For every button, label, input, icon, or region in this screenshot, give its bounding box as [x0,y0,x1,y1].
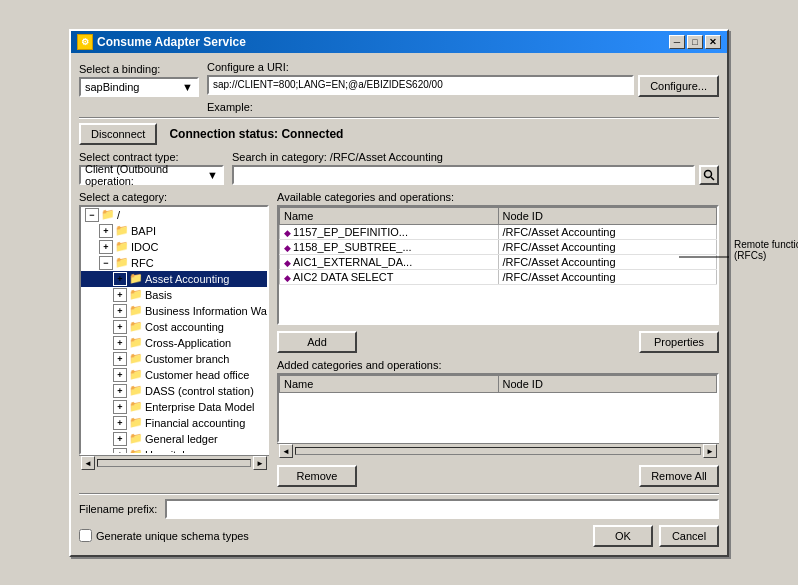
filename-input[interactable] [165,499,719,519]
binding-select[interactable]: sapBinding ▼ [79,77,199,97]
added-table-container: Name Node ID [277,373,719,443]
ok-cancel-row: Generate unique schema types OK Cancel [79,525,719,547]
add-button[interactable]: Add [277,331,357,353]
avail-cell-nodeid: /RFC/Asset Accounting [498,269,717,284]
added-scroll-bar[interactable]: ◄ ► [277,443,719,459]
svg-point-0 [705,170,712,177]
window-title: Consume Adapter Service [97,35,246,49]
available-table-row[interactable]: ◆1157_EP_DEFINITIO... /RFC/Asset Account… [280,224,717,239]
tree-expander-bapi[interactable]: + [99,224,113,238]
cancel-button[interactable]: Cancel [659,525,719,547]
tree-item-rfc[interactable]: − 📁 RFC [81,255,267,271]
avail-cell-nodeid: /RFC/Asset Accounting [498,224,717,239]
tree-expander-customer-head[interactable]: + [113,368,127,382]
properties-button[interactable]: Properties [639,331,719,353]
tree-label-basis: Basis [145,289,172,301]
tree-label-idoc: IDOC [131,241,159,253]
tree-folder-icon-cross-app: 📁 [129,336,143,350]
callout-line [679,247,729,267]
tree-label-root: / [117,209,120,221]
configure-button[interactable]: Configure... [638,75,719,97]
available-table-row[interactable]: ◆AIC1_EXTERNAL_DA... /RFC/Asset Accounti… [280,254,717,269]
tree-expander-root[interactable]: − [85,208,99,222]
avail-cell-name: ◆AIC1_EXTERNAL_DA... [280,254,499,269]
category-tree[interactable]: − 📁 / + 📁 BAPI + 📁 [79,205,269,455]
maximize-button[interactable]: □ [687,35,703,49]
available-table-row[interactable]: ◆1158_EP_SUBTREE_... /RFC/Asset Accounti… [280,239,717,254]
svg-line-1 [711,177,714,180]
ok-button[interactable]: OK [593,525,653,547]
category-label: Select a category: [79,191,269,203]
tree-item-root[interactable]: − 📁 / [81,207,267,223]
tree-expander-financial[interactable]: + [113,416,127,430]
disconnect-button[interactable]: Disconnect [79,123,157,145]
tree-item-idoc[interactable]: + 📁 IDOC [81,239,267,255]
tree-expander-idoc[interactable]: + [99,240,113,254]
search-icon [703,169,715,181]
tree-label-dass: DASS (control station) [145,385,254,397]
tree-expander-edm[interactable]: + [113,400,127,414]
avail-col-nodeid: Node ID [498,207,717,224]
tree-scroll-bar[interactable]: ◄ ► [79,455,269,471]
uri-input[interactable] [207,75,634,95]
tree-item-edm[interactable]: + 📁 Enterprise Data Model [81,399,267,415]
search-input-container[interactable] [232,165,695,185]
tree-item-cross-app[interactable]: + 📁 Cross-Application [81,335,267,351]
tree-item-hospital[interactable]: + 📁 Hospital [81,447,267,455]
tree-expander-cost-accounting[interactable]: + [113,320,127,334]
tree-label-financial: Financial accounting [145,417,245,429]
add-properties-row: Add Properties [277,331,719,353]
tree-item-bapi[interactable]: + 📁 BAPI [81,223,267,239]
tree-item-customer-branch[interactable]: + 📁 Customer branch [81,351,267,367]
added-scroll-right[interactable]: ► [703,444,717,458]
tree-expander-rfc[interactable]: − [99,256,113,270]
separator-2 [79,493,719,495]
added-table-label: Added categories and operations: [277,359,719,371]
unique-schema-checkbox[interactable] [79,529,92,542]
available-table: Name Node ID ◆1157_EP_DEFINITIO... /RFC/… [279,207,717,285]
tree-item-asset-accounting[interactable]: + 📁 Asset Accounting [81,271,267,287]
minimize-button[interactable]: ─ [669,35,685,49]
tree-folder-icon-root: 📁 [101,208,115,222]
tree-folder-icon-basis: 📁 [129,288,143,302]
tree-expander-dass[interactable]: + [113,384,127,398]
uri-label: Configure a URI: [207,61,719,73]
connection-status: Connection status: Connected [169,127,343,141]
tree-item-cost-accounting[interactable]: + 📁 Cost accounting [81,319,267,335]
tree-expander-biw[interactable]: + [113,304,127,318]
available-table-label: Available categories and operations: [277,191,719,203]
tree-label-edm: Enterprise Data Model [145,401,254,413]
binding-label: Select a binding: [79,63,199,75]
tree-item-biw[interactable]: + 📁 Business Information Wareh [81,303,267,319]
scroll-left-arrow[interactable]: ◄ [81,456,95,470]
tree-expander-hospital[interactable]: + [113,448,127,455]
tree-item-general-ledger[interactable]: + 📁 General ledger [81,431,267,447]
added-table: Name Node ID [279,375,717,393]
filename-label: Filename prefix: [79,503,157,515]
tree-folder-icon-customer-head: 📁 [129,368,143,382]
tree-expander-asset-accounting[interactable]: + [113,272,127,286]
added-scroll-left[interactable]: ◄ [279,444,293,458]
search-button[interactable] [699,165,719,185]
remove-all-button[interactable]: Remove All [639,465,719,487]
tree-folder-icon-asset-accounting: 📁 [129,272,143,286]
scroll-right-arrow[interactable]: ► [253,456,267,470]
tree-item-financial[interactable]: + 📁 Financial accounting [81,415,267,431]
uri-text-field[interactable] [213,79,628,90]
search-text-field[interactable] [238,168,689,180]
available-table-row[interactable]: ◆AIC2 DATA SELECT /RFC/Asset Accounting [280,269,717,284]
close-button[interactable]: ✕ [705,35,721,49]
tree-expander-basis[interactable]: + [113,288,127,302]
filename-text-field[interactable] [171,502,713,514]
tree-item-customer-head[interactable]: + 📁 Customer head office [81,367,267,383]
tree-item-dass[interactable]: + 📁 DASS (control station) [81,383,267,399]
tree-folder-icon-edm: 📁 [129,400,143,414]
tree-expander-general-ledger[interactable]: + [113,432,127,446]
tree-expander-customer-branch[interactable]: + [113,352,127,366]
tree-folder-icon-rfc: 📁 [115,256,129,270]
contract-select[interactable]: Client (Outbound operation: ▼ [79,165,224,185]
tree-expander-cross-app[interactable]: + [113,336,127,350]
tree-item-basis[interactable]: + 📁 Basis [81,287,267,303]
tree-folder-icon-customer-branch: 📁 [129,352,143,366]
remove-button[interactable]: Remove [277,465,357,487]
